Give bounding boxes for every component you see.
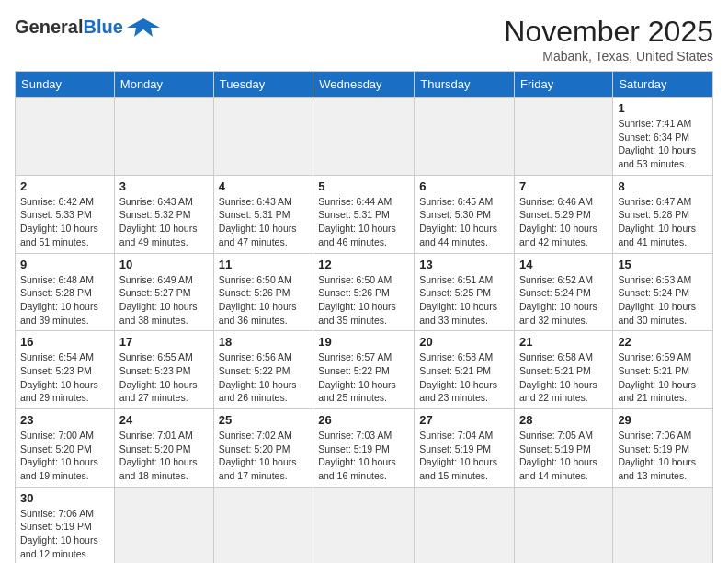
day-cell-4-0: 23Sunrise: 7:00 AMSunset: 5:20 PMDayligh… [16,409,115,488]
day-info: Sunrise: 6:50 AMSunset: 5:26 PMDaylight:… [318,273,409,327]
day-number: 21 [519,335,608,349]
header-tuesday: Tuesday [213,72,313,98]
day-number: 4 [219,179,308,193]
day-number: 2 [20,179,109,193]
page-header: GeneralBlue November 2025 Mabank, Texas,… [15,15,713,63]
day-number: 15 [618,258,708,271]
day-info: Sunrise: 6:57 AMSunset: 5:22 PMDaylight:… [318,350,409,405]
day-cell-3-4: 20Sunrise: 6:58 AMSunset: 5:21 PMDayligh… [415,331,515,409]
day-number: 6 [419,179,509,193]
logo-bird-icon [127,15,160,39]
day-cell-5-2 [213,487,313,563]
header-sunday: Sunday [16,72,115,98]
day-info: Sunrise: 6:56 AMSunset: 5:22 PMDaylight:… [219,350,308,405]
day-info: Sunrise: 6:43 AMSunset: 5:31 PMDaylight:… [219,195,308,249]
day-number: 17 [119,335,209,349]
header-friday: Friday [515,72,613,98]
day-info: Sunrise: 6:48 AMSunset: 5:28 PMDaylight:… [20,273,109,327]
day-info: Sunrise: 6:58 AMSunset: 5:21 PMDaylight:… [519,350,608,405]
title-section: November 2025 Mabank, Texas, United Stat… [504,15,713,63]
day-cell-2-2: 11Sunrise: 6:50 AMSunset: 5:26 PMDayligh… [213,253,313,331]
day-cell-5-3 [313,487,415,563]
weekday-header-row: Sunday Monday Tuesday Wednesday Thursday… [16,72,713,98]
day-cell-5-4 [415,487,515,563]
day-info: Sunrise: 6:50 AMSunset: 5:26 PMDaylight:… [219,273,308,327]
day-info: Sunrise: 6:59 AMSunset: 5:21 PMDaylight:… [618,350,708,405]
day-cell-4-4: 27Sunrise: 7:04 AMSunset: 5:19 PMDayligh… [415,409,515,488]
day-number: 26 [318,413,409,427]
day-cell-3-6: 22Sunrise: 6:59 AMSunset: 5:21 PMDayligh… [613,331,713,409]
svg-marker-0 [127,18,160,37]
week-row-3: 9Sunrise: 6:48 AMSunset: 5:28 PMDaylight… [16,253,713,331]
day-number: 22 [618,335,708,349]
day-cell-5-5 [515,487,613,563]
day-number: 29 [618,413,708,427]
location-title: Mabank, Texas, United States [504,49,713,63]
day-cell-0-5 [515,98,613,176]
day-cell-4-1: 24Sunrise: 7:01 AMSunset: 5:20 PMDayligh… [114,409,213,488]
day-number: 3 [119,179,209,193]
day-info: Sunrise: 7:06 AMSunset: 5:19 PMDaylight:… [20,507,109,561]
day-number: 5 [318,179,409,193]
day-cell-2-5: 14Sunrise: 6:52 AMSunset: 5:24 PMDayligh… [515,253,613,331]
day-cell-1-4: 6Sunrise: 6:45 AMSunset: 5:30 PMDaylight… [415,175,515,253]
day-info: Sunrise: 7:03 AMSunset: 5:19 PMDaylight:… [318,429,409,483]
day-cell-2-3: 12Sunrise: 6:50 AMSunset: 5:26 PMDayligh… [313,253,415,331]
week-row-1: 1Sunrise: 7:41 AMSunset: 6:34 PMDaylight… [16,98,713,176]
logo: GeneralBlue [15,15,160,39]
day-cell-3-2: 18Sunrise: 6:56 AMSunset: 5:22 PMDayligh… [213,331,313,409]
day-number: 24 [119,413,209,427]
day-info: Sunrise: 7:01 AMSunset: 5:20 PMDaylight:… [119,429,209,483]
day-info: Sunrise: 6:45 AMSunset: 5:30 PMDaylight:… [419,195,509,249]
day-info: Sunrise: 6:51 AMSunset: 5:25 PMDaylight:… [419,273,509,327]
day-cell-4-5: 28Sunrise: 7:05 AMSunset: 5:19 PMDayligh… [515,409,613,488]
day-info: Sunrise: 6:55 AMSunset: 5:23 PMDaylight:… [119,350,209,405]
day-info: Sunrise: 7:41 AMSunset: 6:34 PMDaylight:… [618,117,708,171]
day-number: 7 [519,179,608,193]
day-number: 27 [419,413,509,427]
day-cell-2-4: 13Sunrise: 6:51 AMSunset: 5:25 PMDayligh… [415,253,515,331]
day-number: 13 [419,258,509,271]
day-cell-2-6: 15Sunrise: 6:53 AMSunset: 5:24 PMDayligh… [613,253,713,331]
day-info: Sunrise: 6:53 AMSunset: 5:24 PMDaylight:… [618,273,708,327]
day-cell-0-0 [16,98,115,176]
day-info: Sunrise: 6:54 AMSunset: 5:23 PMDaylight:… [20,350,109,405]
day-cell-5-6 [613,487,713,563]
header-saturday: Saturday [613,72,713,98]
day-cell-3-5: 21Sunrise: 6:58 AMSunset: 5:21 PMDayligh… [515,331,613,409]
day-number: 11 [219,258,308,271]
day-number: 20 [419,335,509,349]
day-cell-4-2: 25Sunrise: 7:02 AMSunset: 5:20 PMDayligh… [213,409,313,488]
day-number: 9 [20,258,109,271]
day-cell-5-1 [114,487,213,563]
month-title: November 2025 [504,15,713,49]
day-number: 12 [318,258,409,271]
day-info: Sunrise: 7:06 AMSunset: 5:19 PMDaylight:… [618,429,708,483]
day-number: 30 [20,491,109,505]
calendar-table: Sunday Monday Tuesday Wednesday Thursday… [15,71,713,563]
day-cell-0-4 [415,98,515,176]
day-cell-1-1: 3Sunrise: 6:43 AMSunset: 5:32 PMDaylight… [114,175,213,253]
day-info: Sunrise: 7:05 AMSunset: 5:19 PMDaylight:… [519,429,608,483]
day-cell-0-1 [114,98,213,176]
day-info: Sunrise: 6:47 AMSunset: 5:28 PMDaylight:… [618,195,708,249]
week-row-2: 2Sunrise: 6:42 AMSunset: 5:33 PMDaylight… [16,175,713,253]
day-cell-1-5: 7Sunrise: 6:46 AMSunset: 5:29 PMDaylight… [515,175,613,253]
day-info: Sunrise: 6:43 AMSunset: 5:32 PMDaylight:… [119,195,209,249]
day-info: Sunrise: 6:46 AMSunset: 5:29 PMDaylight:… [519,195,608,249]
day-cell-1-6: 8Sunrise: 6:47 AMSunset: 5:28 PMDaylight… [613,175,713,253]
day-cell-3-1: 17Sunrise: 6:55 AMSunset: 5:23 PMDayligh… [114,331,213,409]
day-info: Sunrise: 7:00 AMSunset: 5:20 PMDaylight:… [20,429,109,483]
day-cell-0-3 [313,98,415,176]
day-info: Sunrise: 6:58 AMSunset: 5:21 PMDaylight:… [419,350,509,405]
day-cell-2-1: 10Sunrise: 6:49 AMSunset: 5:27 PMDayligh… [114,253,213,331]
day-cell-0-2 [213,98,313,176]
day-cell-5-0: 30Sunrise: 7:06 AMSunset: 5:19 PMDayligh… [16,487,115,563]
day-info: Sunrise: 7:04 AMSunset: 5:19 PMDaylight:… [419,429,509,483]
day-number: 1 [618,101,708,115]
day-info: Sunrise: 7:02 AMSunset: 5:20 PMDaylight:… [219,429,308,483]
day-cell-3-3: 19Sunrise: 6:57 AMSunset: 5:22 PMDayligh… [313,331,415,409]
day-number: 16 [20,335,109,349]
header-monday: Monday [114,72,213,98]
day-cell-4-3: 26Sunrise: 7:03 AMSunset: 5:19 PMDayligh… [313,409,415,488]
